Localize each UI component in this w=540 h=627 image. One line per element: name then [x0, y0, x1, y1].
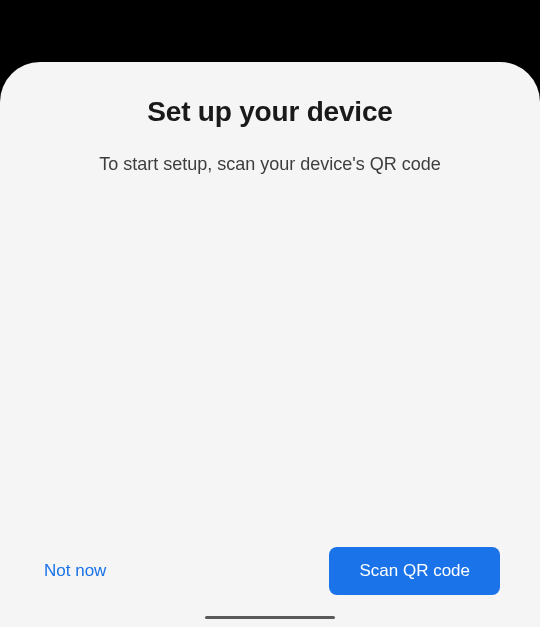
scan-qr-code-button[interactable]: Scan QR code	[329, 547, 500, 595]
dialog-title: Set up your device	[28, 96, 512, 128]
content-spacer	[28, 175, 512, 547]
dialog-subtitle: To start setup, scan your device's QR co…	[28, 154, 512, 175]
dialog-footer: Not now Scan QR code	[28, 547, 512, 595]
not-now-button[interactable]: Not now	[40, 549, 110, 593]
navigation-handle-icon[interactable]	[205, 616, 335, 619]
setup-bottom-sheet: Set up your device To start setup, scan …	[0, 62, 540, 627]
